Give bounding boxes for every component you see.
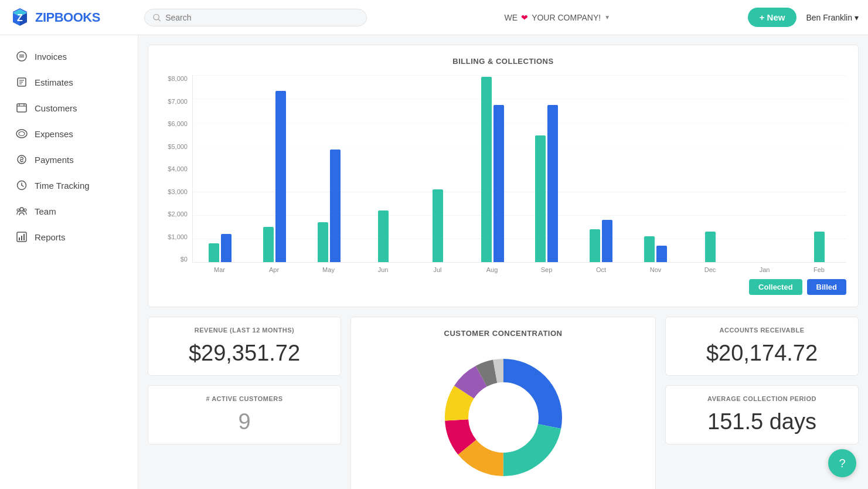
bar-collected-mar[interactable] xyxy=(209,243,219,262)
payments-label: Payments xyxy=(35,155,74,165)
customer-concentration-card: CUSTOMER CONCENTRATION xyxy=(350,317,656,489)
team-icon xyxy=(16,205,28,217)
x-label-dec: Dec xyxy=(683,266,737,273)
bar-billed-sep[interactable] xyxy=(547,105,558,262)
revenue-value: $29,351.72 xyxy=(158,341,331,366)
svg-point-22 xyxy=(20,208,23,211)
avg-value: 151.5 days xyxy=(675,409,849,434)
sidebar-item-time-tracking[interactable]: Time Tracking xyxy=(0,174,138,197)
bar-group-mar xyxy=(193,234,247,262)
sidebar-item-team[interactable]: Team xyxy=(0,199,138,223)
billing-chart-title: BILLING & COLLECTIONS xyxy=(160,57,846,66)
svg-point-16 xyxy=(19,132,25,136)
payment-icon xyxy=(16,154,28,165)
bar-collected-nov[interactable] xyxy=(644,236,655,262)
heart-icon: ❤ xyxy=(521,13,528,22)
chart-legend: Collected Billed xyxy=(160,279,846,295)
bar-collected-oct[interactable] xyxy=(590,229,600,262)
x-label-feb: Feb xyxy=(792,266,846,273)
sidebar-item-expenses[interactable]: Expenses xyxy=(0,122,138,145)
bar-collected-sep[interactable] xyxy=(535,135,546,262)
svg-line-21 xyxy=(22,185,23,186)
svg-point-23 xyxy=(17,209,19,211)
bar-collected-feb[interactable] xyxy=(814,232,825,262)
y-label-3: $3,000 xyxy=(160,188,188,195)
support-button[interactable]: ? xyxy=(828,449,856,477)
x-label-apr: Apr xyxy=(247,266,301,273)
y-label-7: $7,000 xyxy=(160,98,188,105)
reports-label: Reports xyxy=(35,232,66,242)
bar-group-oct xyxy=(574,220,628,262)
x-label-may: May xyxy=(301,266,356,273)
user-menu[interactable]: Ben Franklin ▾ xyxy=(806,13,859,22)
y-label-0: $0 xyxy=(160,256,188,263)
search-icon xyxy=(153,13,161,22)
svg-point-4 xyxy=(17,52,26,61)
svg-line-3 xyxy=(158,19,160,21)
time-tracking-label: Time Tracking xyxy=(35,181,90,191)
invoices-label: Invoices xyxy=(35,52,67,62)
header: Z ZIPBOOKS WE ❤ YOUR COMPANY! ▼ + New Be… xyxy=(0,0,868,35)
sidebar-item-payments[interactable]: Payments xyxy=(0,148,138,171)
new-button[interactable]: + New xyxy=(748,8,797,27)
revenue-card: REVENUE (LAST 12 MONTHS) $29,351.72 xyxy=(148,317,341,376)
svg-rect-28 xyxy=(23,234,25,240)
svg-text:Z: Z xyxy=(17,13,23,23)
bar-collected-jul[interactable] xyxy=(433,189,443,262)
bar-group-feb xyxy=(792,232,846,262)
sidebar-item-invoices[interactable]: Invoices xyxy=(0,45,138,68)
estimate-icon xyxy=(16,76,28,88)
avg-collection-card: AVERAGE COLLECTION PERIOD 151.5 days xyxy=(665,385,859,444)
chevron-down-icon: ▼ xyxy=(604,14,610,21)
y-label-1: $1,000 xyxy=(160,233,188,240)
sidebar-item-customers[interactable]: Customers xyxy=(0,96,138,120)
bar-billed-apr[interactable] xyxy=(275,91,286,262)
ar-value: $20,174.72 xyxy=(675,341,849,366)
sidebar-item-estimates[interactable]: Estimates xyxy=(0,70,138,94)
bar-group-nov xyxy=(628,236,683,262)
bar-group-apr xyxy=(247,91,302,262)
bar-collected-apr[interactable] xyxy=(263,227,274,262)
bar-billed-nov[interactable] xyxy=(656,246,667,262)
y-axis: $0 $1,000 $2,000 $3,000 $4,000 $5,000 $6… xyxy=(160,75,192,263)
avg-label: AVERAGE COLLECTION PERIOD xyxy=(675,395,849,402)
svg-rect-27 xyxy=(21,236,22,240)
bar-collected-jun[interactable] xyxy=(378,210,389,262)
user-name: Ben Franklin xyxy=(806,13,852,22)
svg-point-24 xyxy=(24,209,26,211)
bar-group-jan xyxy=(737,262,792,262)
bar-billed-oct[interactable] xyxy=(602,220,612,262)
customers-label: Customers xyxy=(35,103,77,113)
y-label-8: $8,000 xyxy=(160,75,188,82)
bar-billed-mar[interactable] xyxy=(221,234,232,262)
bar-group-sep xyxy=(520,105,574,262)
reports-icon xyxy=(16,231,28,243)
bar-group-dec xyxy=(683,232,737,262)
bar-group-jul xyxy=(411,189,465,262)
bar-collected-aug[interactable] xyxy=(481,77,492,262)
x-label-oct: Oct xyxy=(574,266,628,273)
bar-billed-aug[interactable] xyxy=(493,105,504,262)
x-label-jul: Jul xyxy=(410,266,465,273)
y-label-6: $6,000 xyxy=(160,120,188,127)
legend-collected[interactable]: Collected xyxy=(749,279,802,295)
bar-group-aug xyxy=(465,77,520,262)
active-customers-label: # ACTIVE CUSTOMERS xyxy=(158,395,331,402)
x-label-mar: Mar xyxy=(192,266,247,273)
bar-billed-may[interactable] xyxy=(330,150,341,262)
ar-label: ACCOUNTS RECEIVABLE xyxy=(675,327,849,334)
bar-group-jun xyxy=(356,210,411,262)
sidebar-item-reports[interactable]: Reports xyxy=(0,225,138,249)
donut-svg xyxy=(433,347,574,488)
bar-collected-dec[interactable] xyxy=(705,232,716,262)
customer-icon xyxy=(16,102,28,114)
logo-icon: Z xyxy=(9,7,30,28)
svg-point-15 xyxy=(16,130,27,138)
team-label: Team xyxy=(35,206,56,216)
search-bar[interactable] xyxy=(144,9,367,26)
active-customers-value: 9 xyxy=(158,409,331,434)
bar-collected-may[interactable] xyxy=(318,222,328,262)
search-input[interactable] xyxy=(165,13,358,22)
svg-rect-26 xyxy=(19,237,20,240)
legend-billed[interactable]: Billed xyxy=(807,279,846,295)
